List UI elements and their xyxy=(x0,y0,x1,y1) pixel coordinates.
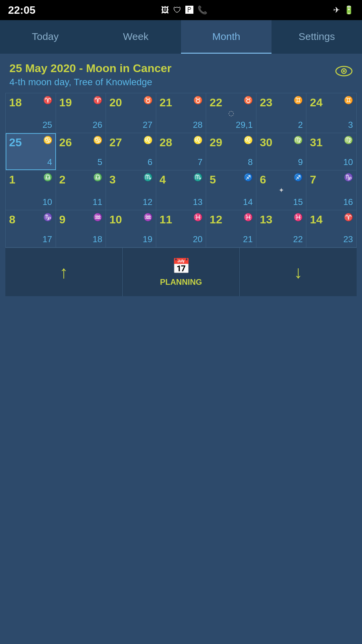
cell-day-number: 30 xyxy=(260,136,273,149)
calendar-row-0: 18♈2519♈2620♉2721♉2822♉◌29,123♊224♊3 xyxy=(6,93,356,133)
prev-month-button[interactable]: ↑ xyxy=(5,248,123,296)
cell-moon-day: 10 xyxy=(9,197,52,207)
planning-button[interactable]: 📅 PLANNING xyxy=(123,248,240,296)
cell-day-number: 29 xyxy=(209,136,222,149)
cell-day-number: 10 xyxy=(109,213,122,226)
cell-day-number: 6 xyxy=(260,173,266,186)
calendar-cell[interactable]: 3♏12 xyxy=(106,170,156,210)
calendar-cell[interactable]: 22♉◌29,1 xyxy=(206,93,256,133)
cell-zodiac-symbol: ♓ xyxy=(294,213,303,222)
cell-moon-day: 16 xyxy=(310,197,353,207)
calendar-cell[interactable]: 25♋4 xyxy=(6,133,56,170)
calendar-cell[interactable]: 13♓22 xyxy=(256,210,307,247)
cell-zodiac-symbol: ♓ xyxy=(244,213,253,222)
calendar-cell[interactable]: 21♉28 xyxy=(156,93,206,133)
header-subtitle: 4-th moon day, Tree of Knowledge xyxy=(9,77,172,88)
cell-zodiac-symbol: ♊ xyxy=(344,96,353,105)
calendar-cell[interactable]: 24♊3 xyxy=(306,93,356,133)
shield-icon: 🛡 xyxy=(173,5,181,15)
status-right-icons: ✈ 🔋 xyxy=(333,5,354,15)
cell-moon-day: 10 xyxy=(310,157,353,167)
calendar-cell[interactable]: 8♑17 xyxy=(6,210,56,247)
cell-zodiac-symbol: ♎ xyxy=(43,173,52,182)
cell-moon-day: 2 xyxy=(260,120,303,130)
calendar-cell[interactable]: 6♐✦15 xyxy=(256,170,307,210)
cell-zodiac-symbol: ♐ xyxy=(294,173,303,182)
calendar-cell[interactable]: 1♎10 xyxy=(6,170,56,210)
calendar-cell[interactable]: 27♌6 xyxy=(106,133,156,170)
calendar-row-2: 1♎102♎113♏124♏135♐146♐✦157♑16 xyxy=(6,170,356,210)
cell-day-number: 13 xyxy=(260,213,273,226)
calendar-cell[interactable]: 7♑16 xyxy=(306,170,356,210)
cell-special-marker: ◌ xyxy=(209,109,253,117)
cell-moon-day: 27 xyxy=(109,120,153,130)
calendar-cell[interactable]: 14♈23 xyxy=(306,210,356,247)
cell-day-number: 25 xyxy=(9,136,22,149)
header-info: 25 May 2020 - Moon in Cancer 4-th moon d… xyxy=(0,54,362,93)
calendar-cell[interactable]: 31♍10 xyxy=(306,133,356,170)
cell-moon-day: 20 xyxy=(160,234,203,245)
cell-moon-day: 25 xyxy=(9,120,52,130)
calendar-cell[interactable]: 5♐14 xyxy=(206,170,256,210)
cell-moon-day: 22 xyxy=(260,234,303,245)
next-month-button[interactable]: ↓ xyxy=(240,248,357,296)
header-text-block: 25 May 2020 - Moon in Cancer 4-th moon d… xyxy=(9,62,172,88)
status-icons: 🖼 🛡 🅿 📞 xyxy=(161,5,207,15)
cell-day-number: 24 xyxy=(310,96,322,109)
cell-day-number: 8 xyxy=(9,213,15,226)
cell-zodiac-symbol: ♍ xyxy=(294,136,303,145)
down-arrow-icon: ↓ xyxy=(294,262,303,282)
cell-moon-day: 19 xyxy=(109,234,153,245)
cell-special-marker: ✦ xyxy=(260,186,303,194)
cell-zodiac-symbol: ♒ xyxy=(143,213,153,222)
cell-moon-day: 28 xyxy=(160,120,203,130)
planning-label: PLANNING xyxy=(160,277,202,287)
status-time: 22:05 xyxy=(8,4,36,16)
calendar-row-3: 8♑179♒1810♒1911♓2012♓2113♓2214♈23 xyxy=(6,210,356,247)
tab-week[interactable]: Week xyxy=(90,20,181,54)
calendar-cell[interactable]: 23♊2 xyxy=(256,93,307,133)
cell-zodiac-symbol: ♋ xyxy=(93,136,102,145)
cell-day-number: 26 xyxy=(59,136,72,149)
cell-moon-day: 3 xyxy=(310,120,353,130)
cell-moon-day: 18 xyxy=(59,234,103,245)
cell-day-number: 7 xyxy=(310,173,316,186)
cell-zodiac-symbol: ♉ xyxy=(193,96,202,105)
cell-zodiac-symbol: ♈ xyxy=(344,213,353,222)
image-icon: 🖼 xyxy=(161,5,169,15)
calendar-cell[interactable]: 2♎11 xyxy=(56,170,106,210)
calendar-cell[interactable]: 19♈26 xyxy=(56,93,106,133)
calendar-cell[interactable]: 30♍9 xyxy=(256,133,307,170)
cell-day-number: 3 xyxy=(109,173,116,186)
calendar-cell[interactable]: 20♉27 xyxy=(106,93,156,133)
cell-zodiac-symbol: ♑ xyxy=(344,173,353,182)
cell-moon-day: 23 xyxy=(310,234,353,245)
calendar-cell[interactable]: 29♌8 xyxy=(206,133,256,170)
tab-settings[interactable]: Settings xyxy=(272,20,362,54)
tab-month[interactable]: Month xyxy=(181,20,272,54)
cell-zodiac-symbol: ♐ xyxy=(244,173,253,182)
eye-icon[interactable] xyxy=(335,64,353,80)
calendar-icon: 📅 xyxy=(172,257,190,275)
cell-day-number: 18 xyxy=(9,96,22,109)
calendar-cell[interactable]: 28♌7 xyxy=(156,133,206,170)
calendar-cell[interactable]: 10♒19 xyxy=(106,210,156,247)
cell-moon-day: 12 xyxy=(109,197,153,207)
cell-zodiac-symbol: ♑ xyxy=(43,213,52,222)
calendar-cell[interactable]: 18♈25 xyxy=(6,93,56,133)
cell-moon-day: 8 xyxy=(209,157,253,167)
calendar-cell[interactable]: 12♓21 xyxy=(206,210,256,247)
cell-zodiac-symbol: ♏ xyxy=(143,173,153,182)
cell-day-number: 4 xyxy=(160,173,166,186)
calendar-cell[interactable]: 26♋5 xyxy=(56,133,106,170)
calendar-cell[interactable]: 11♓20 xyxy=(156,210,206,247)
cell-zodiac-symbol: ♋ xyxy=(43,136,52,145)
cell-moon-day: 29,1 xyxy=(209,120,253,130)
cell-zodiac-symbol: ♍ xyxy=(344,136,353,145)
tab-today[interactable]: Today xyxy=(0,20,90,54)
cell-moon-day: 14 xyxy=(209,197,253,207)
calendar-cell[interactable]: 9♒18 xyxy=(56,210,106,247)
status-bar: 22:05 🖼 🛡 🅿 📞 ✈ 🔋 xyxy=(0,0,362,20)
calendar-grid: 18♈2519♈2620♉2721♉2822♉◌29,123♊224♊325♋4… xyxy=(5,93,357,248)
calendar-cell[interactable]: 4♏13 xyxy=(156,170,206,210)
